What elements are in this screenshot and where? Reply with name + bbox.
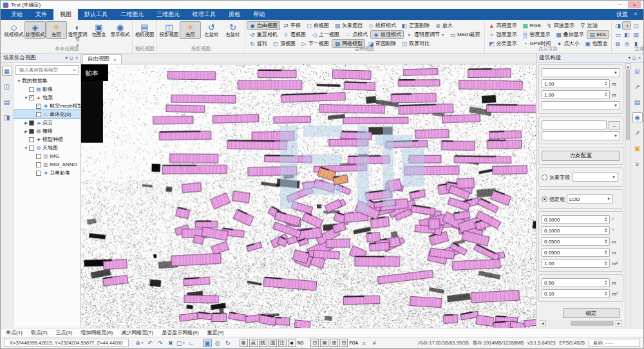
wireframe-mode-button[interactable]: ◇线框模式 xyxy=(3,21,24,39)
checkbox[interactable] xyxy=(36,171,41,176)
vector-occlusion-button[interactable]: ▨矢量遮挡 xyxy=(332,21,365,30)
checkbox[interactable] xyxy=(29,95,34,100)
density-display-button[interactable]: ▒密度显示 xyxy=(520,30,553,39)
tree-item-航空mesh模型0.2米[interactable]: ◈航空mesh模型0.2米 xyxy=(14,102,80,110)
projection-view-button[interactable]: ◫投影视图 xyxy=(158,21,180,39)
dropdown-field[interactable]: ▼ xyxy=(572,173,618,182)
select-face-button[interactable]: 面 xyxy=(269,339,277,347)
tree-item-IMG_ANNO[interactable]: ▥IMG_ANNO xyxy=(14,160,80,169)
scene-tree-tab-icon[interactable]: ▦ xyxy=(2,66,12,76)
delete-node-icon[interactable]: ✖ xyxy=(166,339,175,347)
layout-4-button[interactable]: ⊟ xyxy=(339,339,348,347)
tree-item-栅格[interactable]: ▶▦栅格 xyxy=(14,127,80,135)
path-field[interactable] xyxy=(542,120,607,129)
menu-tab-视图[interactable]: 视图 xyxy=(53,9,78,20)
dropdown-field[interactable]: ▼ xyxy=(542,131,620,140)
edit-vector-icon[interactable]: ⇗ xyxy=(632,81,643,91)
panel-collapse-icon[interactable]: ▾ xyxy=(629,55,631,61)
lighting2-button[interactable]: ☀光照 xyxy=(180,21,201,39)
checkbox[interactable] xyxy=(29,87,34,92)
hint-双点(2)[interactable]: 双点(2) xyxy=(31,329,48,336)
expand-arrow-icon[interactable]: ▼ xyxy=(23,146,29,150)
vertical-scrollbar[interactable]: ▲ xyxy=(625,63,630,328)
filter-button[interactable]: ∇过滤 xyxy=(577,21,600,30)
spinner-arrows-icon[interactable]: ▲▼ xyxy=(605,81,607,87)
radio-矢量字段[interactable] xyxy=(542,174,547,180)
checkbox[interactable] xyxy=(29,137,34,142)
expand-arrow-icon[interactable]: ▼ xyxy=(16,79,22,83)
spinner-field[interactable]: 0.0500▲▼ xyxy=(542,248,610,257)
checkbox[interactable] xyxy=(29,129,34,134)
texture-mode-sm-button[interactable]: ◈纹理模式 xyxy=(370,30,404,39)
rotate-left-button[interactable]: ↺左旋转 xyxy=(201,21,222,39)
panel-close-icon[interactable]: × xyxy=(75,55,78,61)
rotate-right-button[interactable]: ↻右旋转 xyxy=(222,21,243,39)
tree-item-影像[interactable]: ▦影像 xyxy=(14,85,80,93)
echo-display-button[interactable]: ↯回波显示 xyxy=(544,21,577,30)
save-icon[interactable]: ▣ xyxy=(203,339,212,347)
tree-item-卫星影像[interactable]: ★卫星影像 xyxy=(14,169,80,177)
scroll-right-icon[interactable]: ▶ xyxy=(616,320,622,326)
attribute-table-icon[interactable]: ▤ xyxy=(632,97,643,107)
panel-float-icon[interactable]: ◻ xyxy=(70,55,73,61)
checkbox[interactable] xyxy=(36,104,41,109)
menu-tab-帮助[interactable]: 帮助 xyxy=(247,9,271,20)
select-box-icon[interactable]: ▢▼ xyxy=(176,339,185,347)
select-point-button[interactable]: 点 xyxy=(249,339,258,347)
panel-float-icon[interactable]: ◻ xyxy=(632,55,636,61)
spinner-field[interactable]: 0.0500▲▼ xyxy=(542,237,610,246)
prev-view-button[interactable]: ◁上一视图 xyxy=(308,30,342,39)
shutter-button[interactable]: ◔ xyxy=(640,21,643,30)
rgb-display-button[interactable]: ▦RGB xyxy=(520,21,544,30)
texture-mode-button[interactable]: ◈纹理模式 xyxy=(24,21,46,39)
transparency-sm-button[interactable]: ◐透明度调节▼ xyxy=(404,30,447,39)
dropdown-field[interactable]: LOD▼ xyxy=(567,194,613,203)
scroll-left-icon[interactable]: ◀ xyxy=(540,320,546,326)
spinner-arrows-icon[interactable]: ▲▼ xyxy=(605,291,607,297)
transparency-adjust-button[interactable]: ◐透明度调节▼ xyxy=(67,21,88,49)
spinner-arrows-icon[interactable]: ▲▼ xyxy=(605,261,607,267)
scroll-up-icon[interactable]: ▲ xyxy=(625,63,630,69)
snap-settings-icon[interactable]: ⊛▼ xyxy=(135,339,144,347)
layout-3-button[interactable]: ⊞ xyxy=(330,339,338,347)
menu-tab-纹理工具[interactable]: 纹理工具 xyxy=(186,9,222,20)
camera-reset-icon[interactable]: ◎ xyxy=(632,66,643,76)
scheme-config-button[interactable]: 方案配置 xyxy=(542,151,620,161)
hint-减少网格宽(7)[interactable]: 减少网格宽(7) xyxy=(121,329,153,336)
point-mode-button[interactable]: ∴点模式 xyxy=(342,30,370,39)
tree-item-点云[interactable]: ▶☁点云 xyxy=(14,118,80,127)
pan-button[interactable]: ⇄平移 xyxy=(280,21,303,30)
collapse-ribbon-icon[interactable]: ^ xyxy=(634,12,637,18)
horizontal-scrollbar[interactable]: ◀ ▶ xyxy=(540,320,622,326)
layout-2-button[interactable]: ⊠ xyxy=(320,339,328,347)
checkbox[interactable] xyxy=(36,162,41,167)
spinner-arrows-icon[interactable]: ▲▼ xyxy=(605,280,607,286)
perspective-view-button[interactable]: ◊透视图 xyxy=(280,30,308,39)
checkbox[interactable] xyxy=(36,112,41,117)
layers-tab-icon[interactable]: ◫ xyxy=(2,81,12,91)
layout-1-button[interactable]: ⊡ xyxy=(310,339,319,347)
spinner-field[interactable]: 1.00▲▼ xyxy=(542,79,610,88)
clear-search-icon[interactable]: × xyxy=(73,67,76,73)
hint-三点(3)[interactable]: 三点(3) xyxy=(56,329,73,336)
hint-增加网格宽(6)[interactable]: 增加网格宽(6) xyxy=(80,329,113,336)
select-line-button[interactable]: 线 xyxy=(259,339,267,347)
texture-swatch-icon[interactable]: ▣ xyxy=(632,143,643,153)
dropdown-field[interactable]: ▼ xyxy=(542,101,620,110)
panel-close-icon[interactable]: × xyxy=(638,55,641,61)
select-all-button[interactable]: 全 xyxy=(240,339,248,347)
spinner-field[interactable]: 0.1000▲▼ xyxy=(542,226,610,235)
spinner-field[interactable]: 0.10▲▼ xyxy=(542,289,610,298)
tree-item-IMG[interactable]: ▥IMG xyxy=(14,152,80,160)
menu-tab-质检[interactable]: 质检 xyxy=(222,9,247,20)
panel-collapse-icon[interactable]: ▾ xyxy=(66,55,68,61)
minimize-button[interactable]: ─ xyxy=(614,1,627,8)
checkbox[interactable] xyxy=(29,120,34,126)
intensity-display-button[interactable]: ≈强度显示 xyxy=(486,30,520,39)
hint-单点(1)[interactable]: 单点(1) xyxy=(6,329,23,336)
viewport-tab-free-view[interactable]: 自由视图 × xyxy=(82,54,122,64)
menu-tab-开始[interactable]: 开始 xyxy=(5,9,29,20)
expand-arrow-icon[interactable]: ▶ xyxy=(23,120,29,125)
interlace-button[interactable]: ▥ xyxy=(631,30,640,39)
bounding-box-button[interactable]: ▣包围盒 xyxy=(88,21,109,39)
